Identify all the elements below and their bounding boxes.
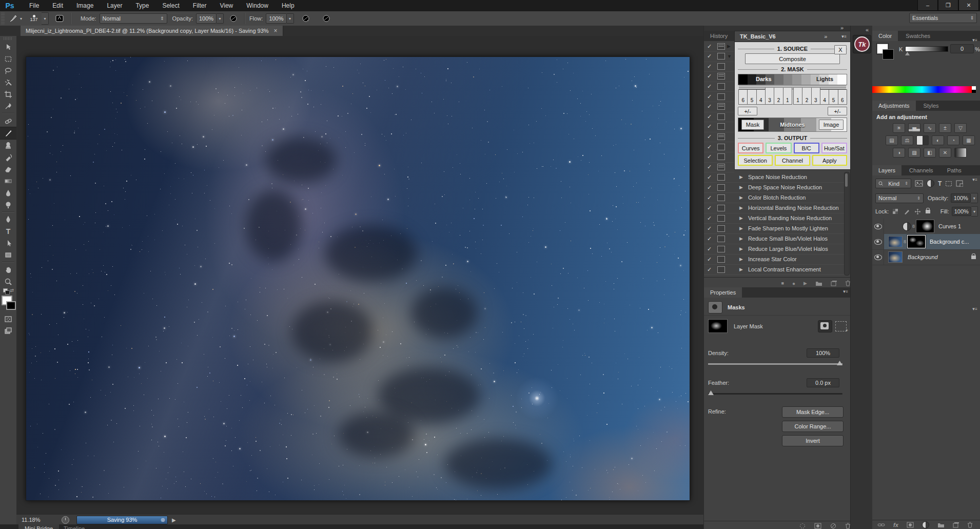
expand-icon[interactable]: ▶ [739, 215, 743, 221]
tk-lights-1[interactable]: 1 [793, 87, 802, 105]
tk-lights-5[interactable]: 5 [829, 89, 838, 105]
action-check-icon[interactable]: ✓ [707, 83, 714, 90]
action-check-icon[interactable]: ✓ [707, 144, 714, 150]
action-item-collapsed[interactable]: ✓▶ [704, 41, 734, 52]
visibility-eye-icon[interactable] [874, 239, 882, 245]
swap-colors-icon[interactable]: ⇄ [10, 288, 14, 293]
action-check-icon[interactable]: ✓ [707, 153, 714, 160]
shape-tool[interactable] [0, 249, 16, 261]
action-check-icon[interactable]: ✓ [707, 123, 714, 130]
action-dialog-toggle[interactable] [717, 225, 725, 232]
mask-edge-button[interactable]: Mask Edge... [782, 406, 844, 418]
expand-icon[interactable]: ▶ [739, 185, 743, 190]
tab-swatches[interactable]: Swatches [899, 31, 936, 41]
menu-select[interactable]: Select [155, 1, 186, 11]
tab-history[interactable]: History [704, 31, 734, 41]
options-grip[interactable] [1, 13, 5, 24]
action-check-icon[interactable]: ✓ [707, 43, 714, 50]
document-tab[interactable]: Mlijecni_iz_Lightrooma_PI_DBE4-2.tif @ 1… [21, 26, 283, 36]
clone-stamp-tool[interactable] [0, 140, 16, 151]
filter-adjustment-layers-icon[interactable] [927, 180, 934, 187]
layers-menu-icon[interactable]: ▼≡ [971, 307, 977, 311]
action-check-icon[interactable]: ✓ [707, 93, 714, 100]
gradient-map-icon[interactable] [954, 148, 967, 158]
healing-brush-tool[interactable] [0, 115, 16, 127]
canvas-image[interactable] [26, 56, 690, 501]
menu-edit[interactable]: Edit [46, 1, 70, 11]
action-dialog-toggle[interactable] [717, 205, 725, 211]
expand-icon[interactable]: ▶ [739, 257, 743, 262]
apply-mask-icon[interactable] [814, 523, 821, 529]
action-dialog-toggle[interactable] [717, 53, 725, 60]
tk-apply-button[interactable]: Apply [812, 155, 847, 166]
layer-row-background[interactable]: Background [872, 249, 980, 265]
expand-icon[interactable]: ▶ [739, 174, 743, 180]
layers-opacity-value[interactable]: 100% [951, 193, 971, 203]
exposure-icon[interactable]: ± [939, 123, 951, 133]
lock-transparency-icon[interactable] [892, 208, 898, 214]
curves-mask-thumbnail[interactable] [916, 220, 934, 233]
action-item-collapsed[interactable]: ✓ [704, 131, 734, 142]
expand-dock-icon[interactable]: « [866, 27, 869, 33]
crop-tool[interactable] [0, 88, 16, 100]
action-check-icon[interactable]: ✓ [707, 53, 714, 60]
photo-filter-icon[interactable]: ◐ [932, 135, 944, 145]
airbrush-icon[interactable] [299, 13, 312, 24]
action-check-icon[interactable]: ✓ [707, 133, 714, 140]
layer-name[interactable]: Background c... [930, 239, 969, 245]
quick-mask-tool[interactable] [0, 313, 16, 325]
document-close-icon[interactable]: × [274, 27, 278, 34]
expand-icon[interactable]: ▶ [739, 205, 743, 210]
filter-kind-select[interactable]: Kind ⇕ [875, 179, 911, 188]
tk-bc-button[interactable]: B/C [794, 143, 819, 153]
action-dialog-toggle[interactable] [717, 123, 725, 130]
swap-colors-widget[interactable]: ⇄ [0, 287, 16, 295]
layers-opacity-arrow[interactable]: ▾ [971, 193, 978, 203]
lock-pixels-icon[interactable] [904, 208, 910, 214]
tk-darks-5[interactable]: 5 [747, 89, 756, 105]
tk-darks-2[interactable]: 2 [774, 87, 783, 105]
eye-cell[interactable] [872, 219, 884, 234]
tk-lights-6[interactable]: 6 [838, 89, 847, 105]
zoom-level-field[interactable]: 11.18% [22, 517, 48, 523]
curves-icon[interactable]: ∿ [924, 123, 936, 133]
action-check-icon[interactable]: ✓ [707, 256, 714, 263]
action-item[interactable]: ✓▶Fade Sharpen to Mostly Lighten [704, 223, 846, 234]
pressure-opacity-icon[interactable] [227, 13, 240, 24]
status-options-icon[interactable]: ▶ [172, 517, 176, 523]
tab-mini-bridge[interactable]: Mini Bridge [18, 524, 59, 529]
hand-tool[interactable] [0, 264, 16, 276]
layer-name[interactable]: Curves 1 [938, 223, 961, 229]
tk-lights-3[interactable]: 3 [811, 87, 820, 105]
action-item[interactable]: ✓▶Deep Space Noise Reduction [704, 182, 846, 193]
properties-menu-icon[interactable]: ▼≡ [842, 289, 848, 294]
spectrum-black-swatch[interactable] [972, 90, 976, 93]
tk-lights-2[interactable]: 2 [802, 87, 811, 105]
vibrance-icon[interactable]: ▽ [954, 123, 967, 133]
posterize-icon[interactable]: ▨ [908, 148, 920, 158]
menu-type[interactable]: Type [129, 1, 155, 11]
action-item[interactable]: ✓▶Vertical Banding Noise Reduction [704, 213, 846, 224]
opacity-dropdown-arrow[interactable]: ▾ [217, 13, 224, 24]
action-item-collapsed[interactable]: ✓ [704, 81, 734, 92]
action-dialog-toggle[interactable] [717, 266, 725, 273]
feather-slider-thumb[interactable] [708, 390, 714, 395]
action-check-icon[interactable]: ✓ [707, 73, 714, 80]
color-balance-icon[interactable]: ⚖ [901, 135, 913, 145]
disable-mask-icon[interactable] [830, 523, 837, 529]
tk-plusminus-right[interactable]: +/- [828, 107, 847, 115]
zoom-tool[interactable] [0, 276, 16, 287]
action-item[interactable]: ✓▶Horizontal Banding Noise Reduction [704, 203, 846, 213]
action-item-collapsed[interactable]: ✓ [704, 111, 734, 122]
link-layers-icon[interactable] [877, 522, 885, 527]
tk-collapse-icon[interactable]: » [824, 33, 827, 40]
black-white-icon[interactable] [916, 135, 929, 145]
expand-icon[interactable]: ▶ [739, 267, 743, 272]
tk-darks-1[interactable]: 1 [783, 87, 792, 105]
tk-composite-button[interactable]: Composite [745, 53, 840, 64]
invert-icon[interactable]: ◑ [893, 148, 905, 158]
layer-row-curves[interactable]: 8 Curves 1 [872, 219, 980, 234]
layer-mask-thumbnail-selected[interactable] [907, 235, 926, 248]
action-item-collapsed[interactable]: ✓ [704, 91, 734, 102]
action-check-icon[interactable]: ✓ [707, 184, 714, 191]
